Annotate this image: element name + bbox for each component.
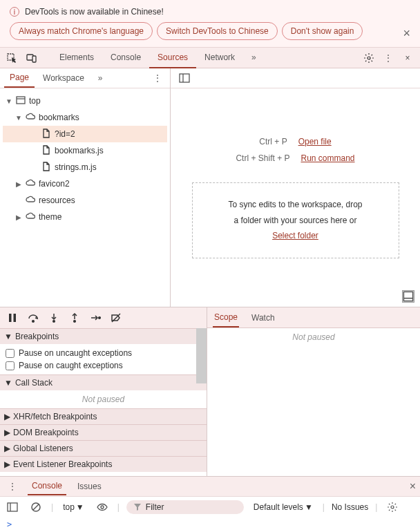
step-into-icon[interactable]	[46, 312, 62, 323]
console-settings-icon[interactable]	[384, 499, 401, 515]
svg-point-25	[391, 506, 394, 509]
section-global[interactable]: ▶Global Listeners	[0, 440, 207, 456]
tabs-overflow-icon[interactable]: »	[243, 48, 265, 68]
subtab-page[interactable]: Page	[4, 68, 35, 88]
section-xhr[interactable]: ▶XHR/fetch Breakpoints	[0, 408, 207, 424]
navigator-pane: Page Workspace » ⋮ ▼ top ▼ bookmarks ?id…	[0, 68, 171, 307]
banner-dont-show-button[interactable]: Don't show again	[282, 22, 363, 40]
step-out-icon[interactable]	[66, 312, 83, 323]
cloud-icon	[26, 112, 35, 124]
section-event[interactable]: ▶Event Listener Breakpoints	[0, 456, 207, 472]
live-expression-icon[interactable]	[94, 499, 111, 515]
drawer-close-icon[interactable]: ×	[410, 480, 416, 493]
svg-line-23	[33, 504, 39, 510]
tab-console[interactable]: Console	[102, 48, 149, 68]
tree-file-bookmarksjs[interactable]: bookmarks.js	[3, 142, 167, 159]
language-banner: i DevTools is now available in Chinese! …	[0, 0, 420, 48]
filter-input[interactable]: Filter	[126, 500, 244, 514]
shortcut-key: Ctrl + Shift + P	[236, 153, 289, 163]
deactivate-breakpoints-icon[interactable]	[108, 312, 124, 323]
scrollbar-thumb[interactable]	[196, 328, 207, 383]
tab-watch[interactable]: Watch	[250, 309, 276, 327]
drawer-tab-console[interactable]: Console	[28, 477, 66, 495]
svg-rect-11	[14, 314, 17, 322]
inspect-element-icon[interactable]	[4, 50, 21, 66]
banner-switch-language-button[interactable]: Switch DevTools to Chinese	[157, 22, 278, 40]
tree-label: favicon2	[39, 179, 70, 189]
pause-icon[interactable]	[4, 312, 21, 323]
tree-file-stringsmjs[interactable]: strings.m.js	[3, 159, 167, 175]
drawer-kebab-icon[interactable]: ⋮	[4, 478, 21, 495]
debugger-sidebar: ▼Breakpoints Pause on uncaught exception…	[0, 307, 207, 476]
cloud-icon	[26, 211, 35, 223]
tree-node-top[interactable]: ▼ top	[3, 93, 167, 109]
window-icon	[16, 95, 26, 107]
step-icon[interactable]	[87, 312, 104, 323]
tab-network[interactable]: Network	[196, 48, 243, 68]
svg-rect-6	[180, 74, 189, 82]
tree-label: theme	[39, 212, 61, 222]
drawer-tab-issues[interactable]: Issues	[73, 478, 106, 495]
tree-file-id2[interactable]: ?id=2	[3, 126, 167, 142]
svg-rect-8	[403, 292, 412, 301]
svg-rect-4	[17, 97, 25, 104]
issues-counter[interactable]: No Issues	[332, 502, 368, 512]
tree-node-theme[interactable]: ▶ theme	[3, 209, 167, 225]
tree-node-favicon2[interactable]: ▶ favicon2	[3, 175, 167, 192]
context-selector[interactable]: top▼	[60, 501, 87, 513]
dropzone-text: a folder with your sources here or	[209, 213, 382, 229]
main-toolbar: Elements Console Sources Network » ⋮ ×	[0, 48, 420, 68]
tab-scope[interactable]: Scope	[213, 308, 239, 327]
dropzone-text: To sync edits to the workspace, drop	[209, 197, 382, 213]
tree-label: resources	[39, 196, 75, 205]
svg-point-12	[32, 321, 35, 323]
clear-console-icon[interactable]	[28, 499, 44, 515]
log-levels-selector[interactable]: Default levels▼	[251, 501, 316, 513]
toggle-debugger-icon[interactable]	[402, 290, 414, 303]
pause-caught-checkbox[interactable]: Pause on caught exceptions	[6, 359, 201, 372]
svg-rect-10	[9, 314, 12, 322]
select-folder-link[interactable]: Select folder	[272, 231, 318, 240]
file-icon	[41, 129, 51, 140]
settings-icon[interactable]	[361, 50, 377, 66]
section-dom[interactable]: ▶DOM Breakpoints	[0, 424, 207, 440]
step-over-icon[interactable]	[25, 312, 41, 323]
banner-close-icon[interactable]: ×	[403, 26, 410, 41]
workspace-dropzone[interactable]: To sync edits to the workspace, drop a f…	[192, 182, 399, 258]
pause-uncaught-checkbox[interactable]: Pause on uncaught exceptions	[6, 347, 201, 359]
subtab-workspace[interactable]: Workspace	[37, 69, 90, 87]
tab-elements[interactable]: Elements	[51, 48, 102, 68]
tree-label: bookmarks.js	[55, 146, 104, 155]
tab-sources[interactable]: Sources	[149, 48, 196, 68]
tree-label: bookmarks	[39, 113, 79, 122]
info-icon: i	[10, 7, 19, 17]
chevron-right-icon: ▶	[15, 180, 22, 188]
svg-point-18	[99, 317, 101, 319]
console-prompt[interactable]: >	[0, 517, 420, 532]
editor-pane: Ctrl + P Open file Ctrl + Shift + P Run …	[171, 68, 420, 307]
tree-label: ?id=2	[55, 129, 75, 139]
console-sidebar-toggle-icon[interactable]	[4, 499, 21, 515]
chevron-down-icon: ▼	[6, 97, 12, 105]
toggle-navigator-icon[interactable]	[176, 70, 193, 86]
shortcut-key: Ctrl + P	[259, 137, 287, 146]
section-callstack[interactable]: ▼Call Stack	[0, 374, 207, 390]
device-toggle-icon[interactable]	[23, 50, 40, 66]
svg-point-3	[368, 57, 370, 59]
tree-node-resources[interactable]: ▶ resources	[3, 192, 167, 209]
banner-match-language-button[interactable]: Always match Chrome's language	[10, 22, 153, 40]
drawer: ⋮ Console Issues × | top▼ | Filter Defau…	[0, 476, 420, 532]
tree-label: top	[29, 96, 41, 106]
svg-point-16	[74, 321, 76, 323]
tree-node-bookmarks[interactable]: ▼ bookmarks	[3, 109, 167, 126]
navigator-kebab-icon[interactable]: ⋮	[149, 70, 166, 86]
tree-label: strings.m.js	[55, 162, 97, 172]
open-file-link[interactable]: Open file	[298, 137, 332, 146]
kebab-menu-icon[interactable]: ⋮	[380, 50, 397, 66]
close-devtools-icon[interactable]: ×	[399, 50, 416, 66]
subtabs-overflow-icon[interactable]: »	[93, 69, 108, 87]
svg-rect-2	[32, 56, 36, 62]
run-command-link[interactable]: Run command	[300, 153, 354, 163]
not-paused-label: Not paused	[0, 390, 207, 408]
section-breakpoints[interactable]: ▼Breakpoints	[0, 328, 207, 344]
